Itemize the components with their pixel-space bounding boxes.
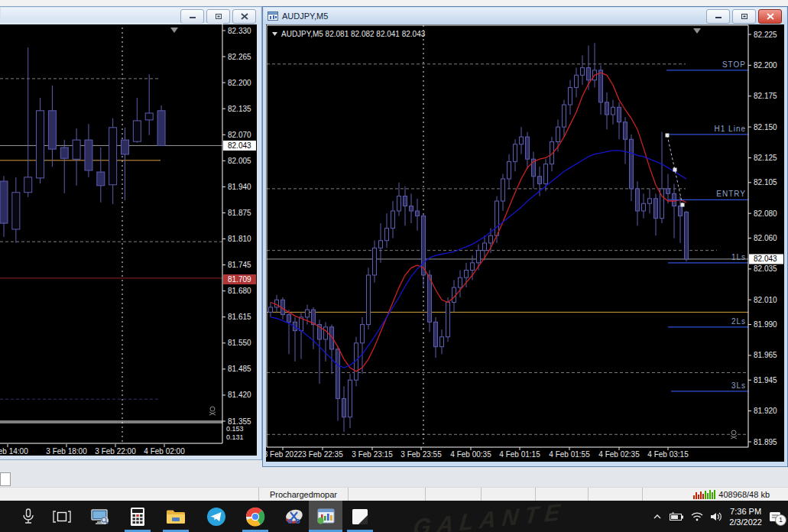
taskbar-icon-notes[interactable] bbox=[343, 501, 377, 532]
right-window-close-button[interactable] bbox=[758, 9, 782, 24]
taskbar-icon-microphone[interactable] bbox=[11, 501, 45, 532]
candle-body bbox=[569, 87, 572, 105]
price-scale-label: 82.070 bbox=[228, 131, 251, 139]
candle-body bbox=[122, 140, 129, 154]
left-chart-canvas[interactable]: 82.33082.26582.20082.13582.07082.00581.9… bbox=[0, 23, 257, 457]
tray-chevron-up-icon[interactable] bbox=[652, 511, 663, 522]
candle-body bbox=[391, 211, 395, 229]
candle-body bbox=[145, 113, 153, 120]
taskbar-icon-telegram[interactable] bbox=[199, 501, 233, 532]
candle-body bbox=[544, 164, 548, 184]
candle-body bbox=[85, 140, 92, 170]
wallpaper-text: GALANTE bbox=[412, 501, 568, 532]
trade-level-label: STOP bbox=[722, 60, 746, 69]
price-scale-label: 81.420 bbox=[228, 391, 251, 399]
ohlc-readout: AUDJPY,M5 82.081 82.082 82.041 82.043 bbox=[281, 30, 426, 38]
right-window-minimize-button[interactable] bbox=[706, 9, 730, 24]
right-window-restore-button[interactable] bbox=[732, 9, 756, 24]
wifi-icon[interactable] bbox=[690, 511, 704, 521]
candle-body bbox=[410, 206, 413, 211]
left-window-restore-button[interactable] bbox=[206, 9, 230, 24]
price-scale-label: 82.330 bbox=[228, 27, 251, 35]
candle-body bbox=[520, 137, 524, 144]
taskbar-icon-metatrader[interactable] bbox=[309, 501, 342, 532]
candle-body bbox=[471, 263, 475, 271]
taskbar-icon-chrome[interactable] bbox=[238, 501, 272, 532]
candle-body bbox=[397, 196, 401, 211]
taskbar-icon-my-computer[interactable] bbox=[83, 501, 117, 532]
price-scale-label: 81.965 bbox=[754, 351, 777, 359]
battery-icon[interactable] bbox=[669, 512, 684, 521]
candle-body bbox=[575, 75, 579, 87]
trade-level-label: 1Ls bbox=[731, 253, 746, 261]
price-scale-label: 81.810 bbox=[228, 235, 251, 243]
left-window-titlebar[interactable] bbox=[1, 8, 261, 24]
taskbar: GALANTE 7:36 PM 2/3/2022 1 bbox=[0, 501, 788, 532]
time-axis-label: 4 Feb 02:35 bbox=[598, 450, 640, 459]
candle-body bbox=[636, 189, 640, 211]
tray-clock[interactable]: 7:36 PM 2/3/2022 bbox=[729, 506, 762, 527]
candle-body bbox=[373, 248, 377, 275]
price-scale-label: 81.875 bbox=[228, 209, 251, 217]
notification-center-icon[interactable]: 1 bbox=[768, 511, 782, 523]
price-scale-label: 81.940 bbox=[228, 183, 251, 191]
time-axis-label: 3 Feb 23:15 bbox=[352, 450, 393, 459]
close-icon bbox=[767, 13, 774, 20]
status-cell bbox=[482, 488, 536, 501]
left-window-minimize-button[interactable] bbox=[180, 9, 204, 24]
trade-level-label: 3Ls bbox=[731, 381, 746, 390]
candle-body bbox=[48, 111, 56, 149]
candle-body bbox=[24, 177, 32, 193]
candle-body bbox=[349, 380, 352, 417]
screen: { "colors": { "candle_outline": "#5d5db2… bbox=[0, 0, 788, 532]
status-bar: Prochargedmopar 408968/48 kb bbox=[0, 487, 788, 501]
trendline-handle bbox=[681, 203, 685, 207]
taskbar-icon-task-view[interactable] bbox=[45, 501, 79, 532]
candle-body bbox=[324, 327, 328, 339]
right-window-title: AUDJPY,M5 bbox=[282, 11, 328, 21]
candle-body bbox=[630, 139, 634, 189]
arrow-down-marker-icon bbox=[170, 28, 178, 33]
candle-body bbox=[287, 315, 291, 323]
candle-body bbox=[611, 107, 615, 115]
taskbar-icon-snipping-tool[interactable] bbox=[277, 501, 311, 532]
right-window-titlebar[interactable]: AUDJPY,M5 bbox=[264, 8, 786, 24]
restore-icon bbox=[215, 13, 222, 20]
candle-body bbox=[428, 275, 432, 322]
candle-body bbox=[73, 140, 80, 159]
candle-body bbox=[483, 243, 487, 251]
candle-body bbox=[0, 181, 8, 223]
candle-body bbox=[37, 111, 44, 178]
price-scale-label: 81.990 bbox=[754, 320, 777, 329]
taskbar-icon-file-explorer[interactable] bbox=[159, 501, 193, 532]
candle-body bbox=[452, 287, 456, 302]
arrow-down-marker-icon bbox=[693, 28, 701, 34]
trade-level-label: H1 Line bbox=[715, 125, 746, 133]
price-marker-text: 81.709 bbox=[228, 275, 251, 284]
candle-body bbox=[507, 161, 511, 179]
volume-icon[interactable] bbox=[710, 511, 723, 522]
right-chart-canvas[interactable]: STOPH1 LineENTRY1Ls2Ls3Ls82.22582.20082.… bbox=[266, 24, 784, 460]
candle-body bbox=[642, 203, 646, 211]
price-scale-label: 82.225 bbox=[754, 31, 777, 39]
candle-body bbox=[563, 105, 566, 127]
scale-lock-icon bbox=[209, 407, 216, 415]
status-cell bbox=[426, 488, 482, 501]
status-account-cell: Prochargedmopar bbox=[259, 488, 349, 501]
candle-body bbox=[599, 70, 603, 102]
indicator-value: 0.131 bbox=[226, 433, 244, 441]
left-window-close-button[interactable] bbox=[232, 9, 256, 24]
taskbar-icon-calculator[interactable] bbox=[121, 501, 154, 532]
price-scale-label: 82.010 bbox=[754, 296, 777, 304]
candle-body bbox=[624, 122, 627, 140]
candle-body bbox=[514, 144, 517, 162]
candle-body bbox=[404, 196, 407, 206]
price-scale-label: 81.920 bbox=[754, 407, 777, 415]
candle-body bbox=[97, 172, 105, 186]
time-axis-label: 3 Feb 18:00 bbox=[46, 447, 87, 456]
candle-body bbox=[581, 68, 585, 76]
candle-body bbox=[336, 349, 340, 399]
status-cell bbox=[349, 488, 426, 501]
candle-body bbox=[605, 102, 609, 115]
chart-window-icon bbox=[268, 11, 278, 21]
